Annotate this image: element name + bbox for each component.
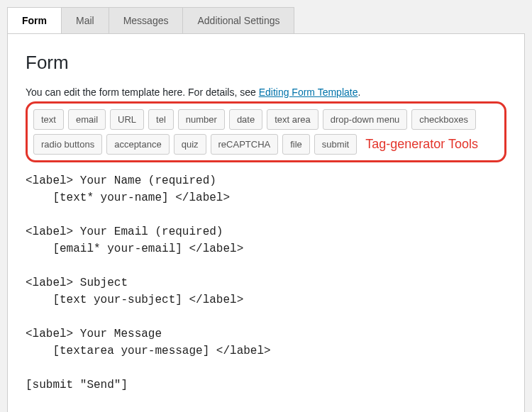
tag-generator-annotation: Tag-generator Tools bbox=[365, 137, 478, 152]
tag-generator-highlight-box: text email URL tel number date text area… bbox=[26, 101, 506, 162]
tab-form[interactable]: Form bbox=[7, 7, 62, 33]
tag-recaptcha-button[interactable]: reCAPTCHA bbox=[211, 134, 279, 155]
tag-radio-button[interactable]: radio buttons bbox=[33, 134, 102, 155]
tag-generator-toolbar: text email URL tel number date text area… bbox=[33, 109, 499, 155]
panel-description: You can edit the form template here. For… bbox=[26, 87, 506, 98]
tag-submit-button[interactable]: submit bbox=[314, 134, 357, 155]
panel-desc-prefix: You can edit the form template here. For… bbox=[26, 87, 259, 98]
tab-mail[interactable]: Mail bbox=[61, 7, 109, 33]
tag-url-button[interactable]: URL bbox=[110, 109, 144, 130]
panel-title: Form bbox=[26, 52, 506, 74]
panel-desc-suffix: . bbox=[358, 87, 360, 98]
tag-checkboxes-button[interactable]: checkboxes bbox=[411, 109, 476, 130]
tag-number-button[interactable]: number bbox=[178, 109, 225, 130]
form-panel-container: Form Mail Messages Additional Settings F… bbox=[7, 7, 525, 412]
tag-tel-button[interactable]: tel bbox=[148, 109, 174, 130]
tag-dropdown-button[interactable]: drop-down menu bbox=[323, 109, 408, 130]
tag-email-button[interactable]: email bbox=[68, 109, 106, 130]
tag-acceptance-button[interactable]: acceptance bbox=[106, 134, 170, 155]
tag-text-button[interactable]: text bbox=[33, 109, 64, 130]
tab-additional-settings[interactable]: Additional Settings bbox=[182, 7, 294, 33]
tag-quiz-button[interactable]: quiz bbox=[174, 134, 206, 155]
tag-textarea-button[interactable]: text area bbox=[267, 109, 318, 130]
tab-content: Form You can edit the form template here… bbox=[7, 34, 525, 412]
form-template-textarea[interactable]: <label> Your Name (required) [text* your… bbox=[26, 168, 506, 412]
tag-file-button[interactable]: file bbox=[282, 134, 310, 155]
tab-messages[interactable]: Messages bbox=[109, 7, 184, 33]
tag-date-button[interactable]: date bbox=[229, 109, 262, 130]
tab-nav: Form Mail Messages Additional Settings bbox=[7, 7, 525, 34]
editing-form-template-link[interactable]: Editing Form Template bbox=[259, 87, 358, 98]
